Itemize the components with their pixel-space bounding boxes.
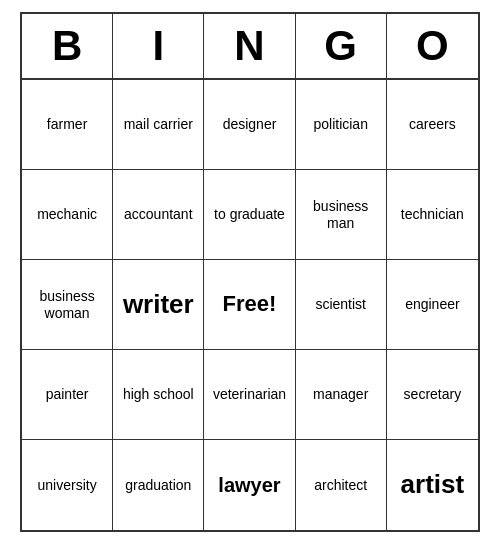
- bingo-cell: secretary: [387, 350, 478, 440]
- bingo-header: BINGO: [22, 14, 478, 80]
- cell-label: university: [38, 477, 97, 494]
- bingo-cell: architect: [296, 440, 387, 530]
- bingo-cell: manager: [296, 350, 387, 440]
- bingo-cell: painter: [22, 350, 113, 440]
- header-letter: B: [22, 14, 113, 78]
- cell-label: farmer: [47, 116, 87, 133]
- cell-label: painter: [46, 386, 89, 403]
- header-letter: N: [204, 14, 295, 78]
- bingo-cell: high school: [113, 350, 204, 440]
- header-letter: O: [387, 14, 478, 78]
- cell-label: technician: [401, 206, 464, 223]
- bingo-cell: mail carrier: [113, 80, 204, 170]
- cell-label: mechanic: [37, 206, 97, 223]
- bingo-cell: business man: [296, 170, 387, 260]
- cell-label: veterinarian: [213, 386, 286, 403]
- bingo-cell: careers: [387, 80, 478, 170]
- bingo-cell: university: [22, 440, 113, 530]
- cell-label: careers: [409, 116, 456, 133]
- cell-label: high school: [123, 386, 194, 403]
- bingo-cell: farmer: [22, 80, 113, 170]
- bingo-cell: designer: [204, 80, 295, 170]
- bingo-cell: veterinarian: [204, 350, 295, 440]
- bingo-cell: to graduate: [204, 170, 295, 260]
- bingo-cell: technician: [387, 170, 478, 260]
- bingo-cell: accountant: [113, 170, 204, 260]
- cell-label: architect: [314, 477, 367, 494]
- bingo-cell: lawyer: [204, 440, 295, 530]
- bingo-cell: writer: [113, 260, 204, 350]
- cell-label: artist: [401, 469, 465, 500]
- header-letter: G: [296, 14, 387, 78]
- bingo-cell: engineer: [387, 260, 478, 350]
- cell-label: lawyer: [218, 473, 280, 497]
- cell-label: engineer: [405, 296, 460, 313]
- cell-label: Free!: [223, 291, 277, 317]
- cell-label: designer: [223, 116, 277, 133]
- bingo-cell: artist: [387, 440, 478, 530]
- cell-label: business man: [300, 198, 382, 232]
- cell-label: accountant: [124, 206, 193, 223]
- bingo-cell: graduation: [113, 440, 204, 530]
- bingo-cell: scientist: [296, 260, 387, 350]
- bingo-grid: farmermail carrierdesignerpoliticiancare…: [22, 80, 478, 530]
- cell-label: business woman: [26, 288, 108, 322]
- cell-label: manager: [313, 386, 368, 403]
- bingo-cell: mechanic: [22, 170, 113, 260]
- bingo-cell: Free!: [204, 260, 295, 350]
- cell-label: to graduate: [214, 206, 285, 223]
- header-letter: I: [113, 14, 204, 78]
- cell-label: politician: [313, 116, 367, 133]
- bingo-cell: politician: [296, 80, 387, 170]
- cell-label: mail carrier: [124, 116, 193, 133]
- bingo-card: BINGO farmermail carrierdesignerpolitici…: [20, 12, 480, 532]
- cell-label: scientist: [315, 296, 366, 313]
- cell-label: graduation: [125, 477, 191, 494]
- cell-label: writer: [123, 289, 194, 320]
- bingo-cell: business woman: [22, 260, 113, 350]
- cell-label: secretary: [404, 386, 462, 403]
